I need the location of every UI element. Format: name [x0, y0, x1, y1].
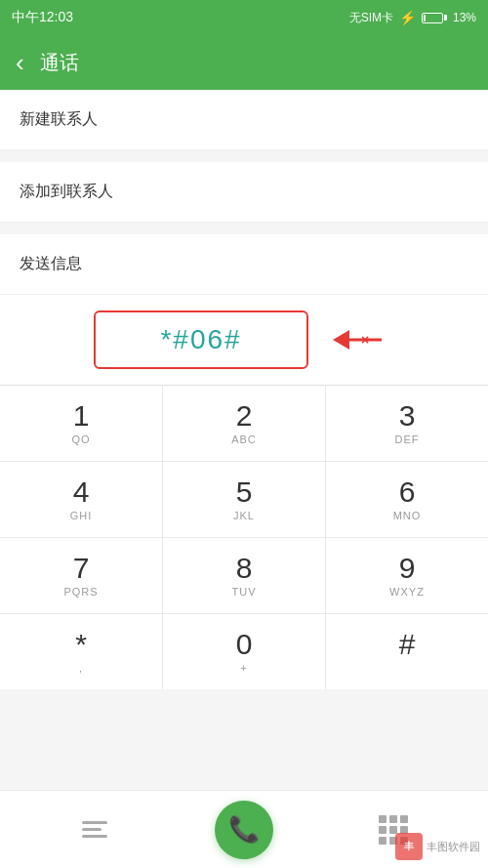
dial-input-container: *#06# ×: [0, 295, 488, 386]
key-1[interactable]: 1 QO: [0, 386, 163, 461]
numpad-row-2: 4 GHI 5 JKL 6 MNO: [0, 462, 488, 538]
lightning-icon: ⚡: [399, 10, 416, 25]
key-6[interactable]: 6 MNO: [326, 462, 488, 537]
svg-text:×: ×: [361, 332, 369, 348]
hamburger-icon: [82, 821, 107, 838]
dial-input-display: *#06#: [94, 310, 308, 369]
key-8[interactable]: 8 TUV: [163, 538, 326, 613]
numpad-row-3: 7 PQRS 8 TUV 9 WXYZ: [0, 538, 488, 614]
battery-percent: 13%: [453, 11, 476, 24]
key-2[interactable]: 2 ABC: [163, 386, 326, 461]
menu-section: 新建联系人 添加到联系人 发送信息: [0, 90, 488, 295]
backspace-icon: ×: [328, 322, 386, 357]
numpad: 1 QO 2 ABC 3 DEF 4 GHI 5 JKL 6 MNO 7 PQR…: [0, 386, 488, 689]
key-hash[interactable]: #: [326, 614, 488, 689]
menu-gap-1: [0, 150, 488, 162]
menu-button[interactable]: [65, 801, 124, 859]
battery-icon: [422, 13, 447, 23]
key-0[interactable]: 0 +: [163, 614, 326, 689]
status-time: 中午12:03: [12, 9, 73, 26]
key-star[interactable]: * ,: [0, 614, 163, 689]
menu-gap-2: [0, 223, 488, 234]
key-5[interactable]: 5 JKL: [163, 462, 326, 537]
svg-marker-1: [333, 330, 349, 350]
call-button[interactable]: 📞: [215, 801, 273, 859]
numpad-row-1: 1 QO 2 ABC 3 DEF: [0, 386, 488, 462]
header: ‹ 通话: [0, 35, 488, 90]
status-bar: 中午12:03 无SIM卡 ⚡ 13%: [0, 0, 488, 35]
backspace-button[interactable]: ×: [320, 314, 394, 365]
watermark-text: 丰图软件园: [427, 840, 480, 854]
key-4[interactable]: 4 GHI: [0, 462, 163, 537]
sim-status: 无SIM卡: [349, 10, 393, 26]
back-button[interactable]: ‹: [16, 48, 24, 78]
menu-item-add-contact[interactable]: 添加到联系人: [0, 162, 488, 223]
menu-item-send-message[interactable]: 发送信息: [0, 234, 488, 295]
status-icons: 无SIM卡 ⚡ 13%: [349, 10, 476, 26]
menu-item-new-contact[interactable]: 新建联系人: [0, 90, 488, 150]
watermark: 丰 丰图软件园: [395, 833, 480, 860]
header-title: 通话: [40, 50, 79, 76]
phone-icon: 📞: [228, 814, 260, 845]
key-9[interactable]: 9 WXYZ: [326, 538, 488, 613]
key-3[interactable]: 3 DEF: [326, 386, 488, 461]
numpad-row-4: * , 0 + #: [0, 614, 488, 689]
key-7[interactable]: 7 PQRS: [0, 538, 163, 613]
